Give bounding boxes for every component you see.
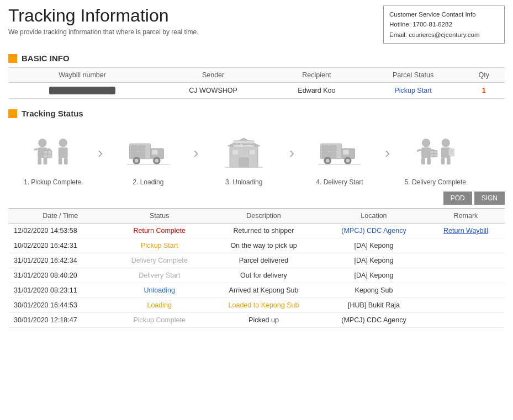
track-row-4: 31/01/2020 08:23:11UnloadingArrived at K… (8, 283, 505, 298)
svg-rect-30 (232, 149, 239, 155)
track-remark-1 (427, 238, 505, 253)
arrow-2: › (193, 144, 198, 173)
basic-info-title: BASIC INFO (22, 54, 70, 63)
track-datetime-2: 31/01/2020 16:42:34 (8, 253, 112, 268)
track-datetime-6: 30/01/2020 12:18:47 (8, 313, 112, 328)
track-description-1: On the way to pick up (207, 238, 321, 253)
track-remark-4 (427, 283, 505, 298)
track-location-2: [DA] Kepong (321, 253, 427, 268)
step-1-pickup-complete: 1. Pickup Complete (8, 131, 97, 186)
tracking-status-title: Tracking Status (22, 109, 83, 118)
track-description-5: Loaded to Kepong Sub (207, 298, 321, 313)
track-datetime-3: 31/01/2020 08:40:20 (8, 268, 112, 283)
step-5-label: 5. Delivery Complete (405, 178, 466, 186)
svg-rect-49 (416, 148, 421, 152)
col-sender: Sender (156, 68, 270, 83)
svg-point-21 (135, 158, 139, 162)
track-row-0: 12/02/2020 14:53:58Return CompleteReturn… (8, 224, 505, 238)
svg-point-23 (155, 158, 158, 162)
track-row-3: 31/01/2020 08:40:20Delivery StartOut for… (8, 268, 505, 283)
parcel-status-value: Pickup Start (363, 83, 463, 99)
step-5-delivery-complete: 5. Delivery Complete (391, 131, 479, 186)
svg-point-41 (326, 158, 330, 162)
svg-point-54 (441, 139, 449, 147)
track-status-2: Delivery Complete (112, 253, 207, 268)
contact-info-box: Customer Service Contact Info Hotline: 1… (383, 6, 505, 44)
track-status-3: Delivery Start (112, 268, 207, 283)
svg-rect-15 (138, 146, 145, 151)
waybill-blurred-value (49, 87, 115, 94)
loading-svg (125, 132, 172, 174)
track-description-2: Parcel delivered (207, 253, 321, 268)
basic-info-header: BASIC INFO (8, 54, 505, 63)
svg-rect-58 (448, 148, 454, 156)
step-4-label: 4. Delivery Start (316, 178, 363, 186)
track-remark-6 (427, 313, 505, 328)
track-description-4: Arrived at Kepong Sub (207, 283, 321, 298)
track-remark-0[interactable]: Return Waybill (427, 224, 505, 238)
col-recipient: Recipient (270, 68, 363, 83)
recipient-value: Edward Koo (270, 83, 363, 99)
track-location-4: Kepong Sub (321, 283, 427, 298)
th-datetime: Date / Time (8, 209, 112, 224)
th-status: Status (112, 209, 207, 224)
svg-rect-3 (43, 158, 47, 164)
svg-rect-29 (239, 158, 248, 167)
step-1-icon (25, 131, 80, 175)
tracking-table: Date / Time Status Description Location … (8, 208, 505, 328)
pod-button[interactable]: POD (443, 192, 472, 205)
th-remark: Remark (427, 209, 505, 224)
step-3-icon: SUB Terminal (216, 131, 272, 175)
track-remark-5 (427, 298, 505, 313)
track-description-3: Out for delivery (207, 268, 321, 283)
tracking-status-icon (8, 109, 17, 118)
track-datetime-0: 12/02/2020 14:53:58 (8, 224, 112, 238)
col-waybill: Waybill number (8, 68, 156, 83)
svg-rect-46 (421, 147, 431, 158)
track-status-6: Pickup Complete (112, 313, 207, 328)
tracking-steps-container: 1. Pickup Complete › (8, 123, 505, 192)
svg-point-9 (59, 139, 67, 147)
track-datetime-4: 31/01/2020 08:23:11 (8, 283, 112, 298)
contact-hotline: Hotline: 1700-81-8282 (389, 19, 499, 29)
track-status-5: Loading (112, 298, 207, 313)
track-row-5: 30/01/2020 16:44:53LoadingLoaded to Kepo… (8, 298, 505, 313)
svg-point-0 (38, 139, 46, 147)
arrow-3: › (289, 144, 294, 173)
track-row-6: 30/01/2020 12:18:47Pickup CompletePicked… (8, 313, 505, 328)
svg-rect-57 (447, 158, 451, 164)
track-status-1: Pickup Start (112, 238, 207, 253)
svg-rect-47 (421, 158, 425, 164)
track-datetime-1: 10/02/2020 16:42:31 (8, 238, 112, 253)
step-3-unloading: SUB Terminal 3. Unloading (200, 131, 288, 186)
svg-rect-14 (131, 146, 137, 151)
step-2-label: 2. Loading (133, 178, 163, 186)
track-location-0: (MPCJ) CDC Agency (321, 224, 427, 238)
th-location: Location (321, 209, 427, 224)
pickup-complete-svg (29, 132, 76, 174)
qty-value: 1 (463, 83, 505, 99)
track-status-0: Return Complete (112, 224, 207, 238)
arrow-4: › (385, 144, 390, 173)
step-1-label: 1. Pickup Complete (24, 178, 81, 186)
svg-rect-10 (58, 147, 67, 158)
delivery-start-svg (316, 132, 363, 174)
svg-rect-2 (38, 158, 41, 164)
svg-rect-19 (152, 150, 157, 155)
tracking-table-header-row: Date / Time Status Description Location … (8, 209, 505, 224)
svg-rect-12 (64, 158, 67, 164)
col-parcel-status: Parcel Status (363, 68, 463, 83)
svg-rect-34 (322, 146, 329, 151)
tracking-status-header: Tracking Status (8, 109, 505, 118)
contact-label: Customer Service Contact Info (389, 9, 499, 19)
svg-rect-4 (34, 148, 38, 151)
svg-rect-17 (138, 152, 145, 157)
page-header: Tracking Information We provide tracking… (8, 6, 505, 44)
basic-info-table: Waybill number Sender Recipient Parcel S… (8, 67, 505, 99)
action-buttons-row: POD SIGN (8, 192, 505, 205)
svg-text:SUB Terminal: SUB Terminal (234, 142, 254, 146)
svg-rect-11 (58, 158, 62, 164)
track-row-1: 10/02/2020 16:42:31Pickup StartOn the wa… (8, 238, 505, 253)
sign-button[interactable]: SIGN (474, 192, 505, 205)
contact-email: Email: couriercs@cjcentury.com (389, 30, 499, 40)
